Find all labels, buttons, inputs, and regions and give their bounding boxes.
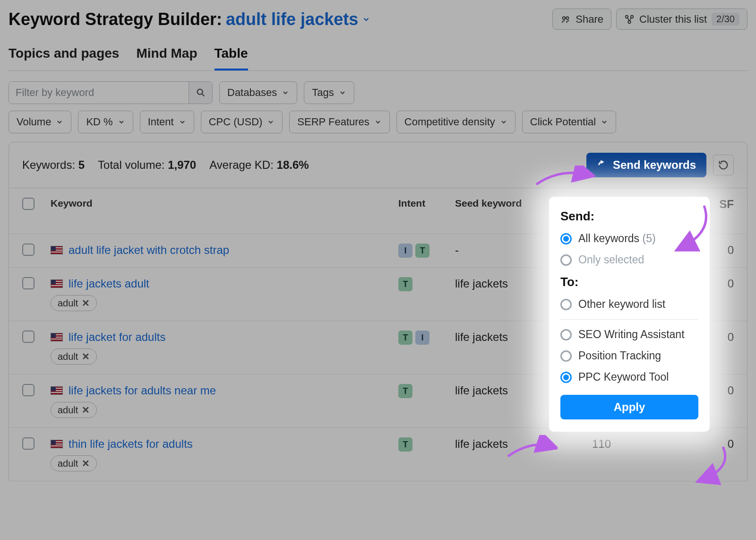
radio-ppc-keyword-tool[interactable]: PPC Keyword Tool [560, 371, 698, 383]
tag-chip[interactable]: adult✕ [51, 348, 97, 365]
row-checkbox[interactable] [22, 384, 34, 396]
keyword-link[interactable]: thin life jackets for adults [69, 437, 193, 451]
cpc-filter[interactable]: CPC (USD) [201, 111, 283, 133]
row-checkbox[interactable] [22, 244, 34, 256]
row-checkbox[interactable] [22, 277, 34, 289]
stat-average-kd: Average KD: 18.6% [209, 158, 309, 172]
divider [560, 319, 698, 320]
keyword-link[interactable]: life jackets for adults near me [69, 384, 216, 397]
keyword-link[interactable]: adult life jacket with crotch strap [69, 244, 229, 257]
serp-features-filter[interactable]: SERP Features [289, 111, 389, 133]
search-button[interactable] [189, 82, 212, 104]
intent-badge: T [398, 331, 412, 345]
chevron-down-icon [282, 89, 289, 96]
remove-tag-icon[interactable]: ✕ [82, 458, 90, 469]
select-all-checkbox[interactable] [22, 198, 34, 210]
radio-only-selected: Only selected [560, 253, 698, 266]
keyword-link[interactable]: life jacket for adults [69, 331, 165, 344]
radio-seo-writing-assistant[interactable]: SEO Writing Assistant [560, 328, 698, 341]
send-keywords-button[interactable]: Send keywords [586, 153, 706, 177]
clickpot-label: Click Potential [530, 116, 596, 128]
sf-value: 0 [682, 437, 734, 451]
cpc-label: CPC (USD) [209, 116, 263, 128]
click-potential-filter[interactable]: Click Potential [522, 111, 616, 133]
tags-filter[interactable]: Tags [304, 81, 354, 104]
col-intent[interactable]: Intent [398, 198, 455, 209]
tab-topics-pages[interactable]: Topics and pages [9, 43, 119, 70]
databases-filter[interactable]: Databases [219, 81, 297, 104]
filter-input[interactable] [9, 82, 189, 104]
svg-point-1 [566, 17, 569, 19]
remove-tag-icon[interactable]: ✕ [82, 351, 90, 362]
apply-button[interactable]: Apply [560, 395, 698, 419]
row-checkbox[interactable] [22, 331, 34, 343]
chevron-down-icon [339, 89, 346, 96]
topic-dropdown[interactable]: adult life jackets [226, 9, 370, 29]
chevron-down-icon [362, 15, 370, 24]
radio-other-keyword-list[interactable]: Other keyword list [560, 298, 698, 311]
remove-tag-icon[interactable]: ✕ [82, 404, 90, 416]
stats-bar: Keywords: 5 Total volume: 1,970 Average … [9, 142, 747, 188]
cluster-count: 2/30 [712, 13, 739, 26]
stat-total-volume: Total volume: 1,970 [98, 158, 196, 172]
tag-chip[interactable]: adult✕ [51, 455, 97, 471]
volume-value: 110 [545, 437, 611, 451]
tab-table[interactable]: Table [215, 43, 248, 70]
svg-point-5 [197, 89, 202, 95]
search-icon [196, 87, 206, 98]
kd-filter[interactable]: KD % [78, 111, 133, 133]
intent-badge: T [398, 277, 412, 291]
row-checkbox[interactable] [22, 437, 34, 450]
send-label: Send keywords [613, 158, 696, 172]
volume-filter[interactable]: Volume [9, 111, 71, 133]
tag-chip[interactable]: adult✕ [51, 295, 97, 311]
view-tabs: Topics and pages Mind Map Table [9, 43, 747, 71]
us-flag-icon [51, 333, 63, 341]
intent-badge: T [398, 384, 412, 398]
refresh-icon [718, 160, 729, 170]
radio-icon [560, 350, 572, 362]
tag-chip[interactable]: adult✕ [51, 402, 97, 418]
us-flag-icon [51, 386, 63, 395]
radio-position-tracking[interactable]: Position Tracking [560, 349, 698, 362]
share-label: Share [576, 13, 603, 26]
intent-filter[interactable]: Intent [140, 111, 194, 133]
intent-badge: T [398, 437, 412, 452]
keyword-link[interactable]: life jackets adult [69, 277, 149, 290]
send-keywords-popover: Send: All keywords (5) Only selected To:… [549, 197, 710, 432]
table-row: thin life jackets for adultsadult✕Tlife … [9, 428, 747, 481]
competitive-density-filter[interactable]: Competitive density [396, 111, 515, 133]
chevron-down-icon [179, 118, 186, 126]
chevron-down-icon [601, 118, 608, 126]
radio-icon [560, 254, 572, 266]
send-section-label: Send: [560, 209, 698, 224]
col-seed[interactable]: Seed keyword [455, 198, 545, 209]
share-button[interactable]: Share [552, 9, 611, 30]
col-keyword[interactable]: Keyword [51, 198, 398, 209]
to-section-label: To: [560, 275, 698, 289]
intent-badge: I [415, 331, 430, 345]
chevron-down-icon [267, 118, 275, 126]
svg-line-6 [202, 94, 204, 96]
chevron-down-icon [374, 118, 382, 126]
intent-badge: I [398, 244, 412, 258]
radio-all-keywords[interactable]: All keywords (5) [560, 232, 698, 245]
cluster-button[interactable]: Cluster this list 2/30 [616, 9, 747, 30]
radio-icon [560, 329, 572, 340]
kd-label: KD % [86, 116, 112, 128]
seed-keyword: life jackets [455, 384, 545, 397]
remove-tag-icon[interactable]: ✕ [82, 297, 90, 309]
cluster-label: Cluster this list [639, 13, 707, 26]
tags-label: Tags [312, 87, 334, 99]
refresh-button[interactable] [713, 155, 734, 175]
radio-icon [560, 233, 572, 244]
density-label: Competitive density [404, 116, 495, 128]
chevron-down-icon [56, 118, 63, 126]
intent-label: Intent [148, 116, 174, 128]
seed-keyword: life jackets [455, 331, 545, 344]
svg-point-0 [563, 17, 566, 19]
chevron-down-icon [118, 118, 125, 126]
radio-icon [560, 299, 572, 310]
tab-mind-map[interactable]: Mind Map [136, 43, 197, 70]
us-flag-icon [51, 440, 63, 448]
